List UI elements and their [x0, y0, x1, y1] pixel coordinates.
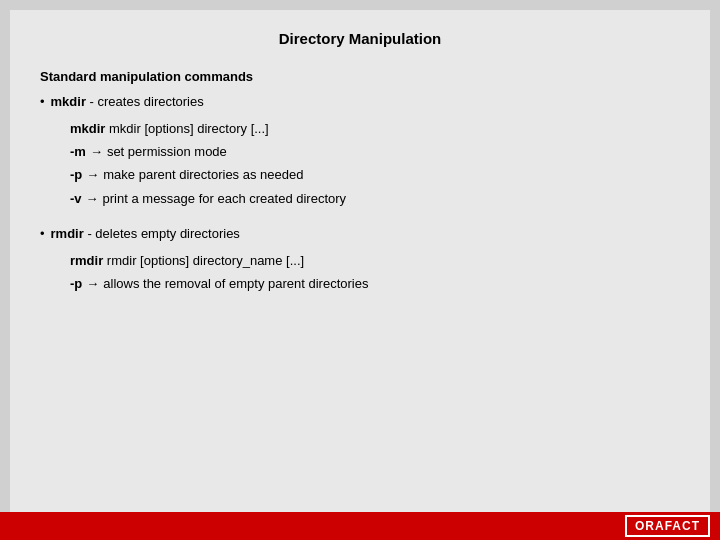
mkdir-bullet-item: • mkdir - creates directories [40, 92, 680, 113]
mkdir-line2: -m → set permission mode [70, 140, 680, 163]
rmdir-line1: rmdir rmdir [options] directory_name [..… [70, 249, 680, 272]
rmdir-line2: -p → allows the removal of empty parent … [70, 272, 680, 295]
rmdir-label: rmdir - deletes empty directories [51, 224, 240, 245]
bullet-dot2: • [40, 224, 45, 245]
rmdir-cmd-block: rmdir rmdir [options] directory_name [..… [70, 249, 680, 296]
mkdir-cmd-block: mkdir mkdir [options] directory [...] -m… [70, 117, 680, 211]
slide-title: Directory Manipulation [40, 30, 680, 47]
footer-logo: ORAFACT [625, 515, 710, 537]
section1-heading: Standard manipulation commands [40, 67, 680, 88]
slide-content: Standard manipulation commands • mkdir -… [40, 67, 680, 296]
rmdir-bullet-item: • rmdir - deletes empty directories [40, 224, 680, 245]
slide: Directory Manipulation Standard manipula… [10, 10, 710, 520]
mkdir-line1: mkdir mkdir [options] directory [...] [70, 117, 680, 140]
mkdir-line4: -v → print a message for each created di… [70, 187, 680, 210]
section2: • rmdir - deletes empty directories rmdi… [40, 224, 680, 296]
mkdir-line3: -p → make parent directories as needed [70, 163, 680, 186]
footer-bar: ORAFACT [0, 512, 720, 540]
mkdir-label: mkdir - creates directories [51, 92, 204, 113]
bullet-dot: • [40, 92, 45, 113]
